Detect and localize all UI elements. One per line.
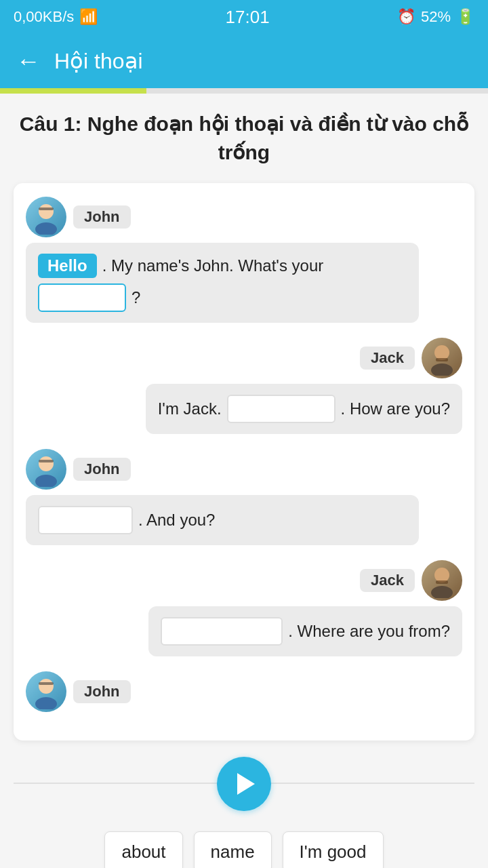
svg-rect-11 (436, 580, 448, 584)
svg-point-12 (39, 679, 54, 694)
back-button[interactable]: ← (16, 47, 41, 75)
status-bar: 0,00KB/s 📶 17:01 ⏰ 52% 🔋 (0, 0, 488, 34)
signal-text: 0,00KB/s (14, 8, 74, 26)
blank-fine-thanks[interactable] (161, 617, 283, 646)
battery-icon: 🔋 (456, 8, 474, 26)
word-chip-name[interactable]: name (194, 831, 272, 868)
status-signal: 0,00KB/s 📶 (14, 8, 98, 26)
play-button[interactable] (217, 757, 271, 811)
question-heading: Câu 1: Nghe đoạn hội thoại và điền từ và… (14, 110, 474, 167)
svg-point-4 (431, 363, 453, 376)
bubble-text-4a: . Where are you from? (288, 622, 450, 641)
speaker-name-john-1: John (73, 205, 131, 229)
chat-turn-4: Jack . Where are you from? (26, 560, 462, 656)
avatar-jack-2 (422, 560, 462, 601)
bubble-text-2a: I'm Jack. (158, 399, 222, 418)
svg-point-3 (434, 345, 449, 360)
bubble-text-1b: ? (131, 288, 140, 307)
bubble-turn-1: Hello . My name's John. What's your ? (26, 243, 419, 323)
blank-name[interactable] (38, 283, 126, 312)
bubble-text-1a: . My name's John. What's your (102, 256, 324, 275)
avatar-john-2 (26, 449, 66, 490)
status-battery: ⏰ 52% 🔋 (397, 8, 474, 26)
bubble-turn-3: . And you? (26, 495, 419, 545)
svg-point-9 (434, 568, 449, 583)
page-title: Hội thoại (54, 48, 143, 74)
speaker-name-jack-2: Jack (360, 569, 415, 592)
speaker-label-john-1: John (26, 197, 462, 237)
speaker-name-john-2: John (73, 458, 131, 481)
chat-turn-2: Jack I'm Jack. . How are you? (26, 338, 462, 434)
svg-rect-8 (39, 460, 54, 462)
speaker-label-jack-1: Jack (360, 338, 462, 378)
svg-point-0 (39, 204, 54, 219)
svg-rect-2 (39, 208, 54, 210)
top-nav: ← Hội thoại (0, 34, 488, 88)
bubble-turn-4: . Where are you from? (148, 606, 462, 656)
progress-bar-container (0, 88, 488, 94)
speaker-name-john-3: John (73, 680, 131, 703)
chat-turn-1: John Hello . My name's John. What's your… (26, 197, 462, 323)
avatar-jack-1 (422, 338, 462, 378)
word-chip-im-good[interactable]: I'm good (283, 831, 384, 868)
blank-im-good[interactable] (38, 506, 133, 534)
status-time: 17:01 (226, 7, 270, 28)
wifi-icon: 📶 (79, 8, 98, 26)
svg-point-10 (431, 586, 453, 598)
speaker-label-jack-2: Jack (360, 560, 462, 601)
bubble-text-2b: . How are you? (341, 399, 450, 418)
bubble-text-3a: . And you? (138, 511, 215, 530)
speaker-label-john-2: John (26, 449, 462, 490)
avatar-john-1 (26, 197, 66, 237)
blank-about[interactable] (227, 395, 336, 423)
chat-turn-3: John . And you? (26, 449, 462, 545)
avatar-john-3 (26, 671, 66, 712)
svg-point-6 (39, 456, 54, 471)
word-chip-about[interactable]: about (104, 831, 182, 868)
svg-rect-5 (436, 358, 448, 361)
word-bank: about name I'm good Nice to meet you Fin… (14, 825, 474, 868)
svg-point-1 (35, 222, 57, 235)
svg-point-7 (35, 475, 57, 487)
play-row (14, 741, 474, 825)
svg-point-13 (35, 697, 57, 709)
battery-text: 52% (421, 8, 451, 26)
svg-rect-14 (39, 682, 54, 685)
main-content: Câu 1: Nghe đoạn hội thoại và điền từ và… (0, 94, 488, 868)
progress-bar-fill (0, 88, 146, 94)
dialog-card: John Hello . My name's John. What's your… (14, 183, 474, 741)
bubble-turn-2: I'm Jack. . How are you? (146, 384, 462, 434)
speaker-label-john-3: John (26, 671, 462, 712)
highlighted-hello: Hello (38, 254, 97, 278)
alarm-icon: ⏰ (397, 8, 415, 26)
speaker-name-jack-1: Jack (360, 347, 415, 370)
chat-turn-5: John (26, 671, 462, 712)
